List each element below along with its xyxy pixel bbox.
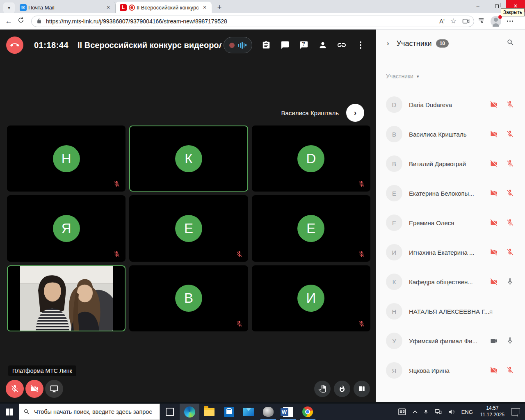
favorite-star-icon[interactable]: ☆ <box>450 17 457 25</box>
help-icon[interactable]: ? <box>299 40 309 50</box>
video-tile[interactable]: И <box>252 265 370 331</box>
lock-icon <box>37 18 42 24</box>
filter-label: Участники <box>386 73 413 80</box>
address-bar[interactable]: https://my.mts-link.ru/j/99386807/937900… <box>31 16 474 27</box>
participant-row[interactable]: Е Екатерина Белокопы... <box>376 178 525 208</box>
video-tile[interactable]: Е <box>129 195 248 261</box>
mic-off-icon[interactable] <box>506 189 514 197</box>
search-icon[interactable] <box>507 39 514 48</box>
video-tile[interactable]: Н <box>7 126 126 192</box>
camera-off-icon[interactable] <box>490 160 498 168</box>
microphone-tray-icon[interactable] <box>423 409 429 415</box>
task-view-button[interactable] <box>160 404 180 420</box>
recording-indicator[interactable] <box>224 37 252 53</box>
participants-icon[interactable] <box>318 40 328 50</box>
tab-search-chevron-icon[interactable]: ▾ <box>3 2 15 13</box>
camera-off-icon[interactable] <box>490 100 498 109</box>
participants-filter[interactable]: Участники ▾ <box>386 73 419 80</box>
participant-row[interactable]: Е Еремина Олеся <box>376 208 525 237</box>
taskbar-explorer[interactable] <box>199 404 219 420</box>
back-icon[interactable]: ← <box>2 17 15 25</box>
video-tile[interactable]: Е <box>252 195 370 261</box>
mail-favicon: ✉ <box>20 4 27 11</box>
volume-icon[interactable] <box>448 409 455 415</box>
agenda-notes-icon[interactable] <box>261 40 271 50</box>
taskbar-chrome[interactable] <box>298 404 317 420</box>
tab-mts-link[interactable]: L II Всероссийский конкурс в × <box>116 2 212 13</box>
hidden-icons-chevron[interactable] <box>413 410 418 413</box>
mic-off-icon[interactable] <box>506 130 514 138</box>
participant-row[interactable]: Я Яцкова Ирина <box>376 356 525 385</box>
minimize-button[interactable]: – <box>468 0 487 12</box>
camera-off-icon[interactable] <box>490 248 498 256</box>
camera-off-icon[interactable] <box>490 130 498 138</box>
taskbar-gimp[interactable] <box>258 404 278 420</box>
start-button[interactable] <box>0 404 19 420</box>
taskbar-store[interactable] <box>219 404 239 420</box>
camera-off-icon[interactable] <box>490 189 498 197</box>
video-tile[interactable]: Я <box>7 195 126 261</box>
tab-close-icon[interactable]: × <box>201 4 208 11</box>
video-tile[interactable]: В <box>129 265 248 331</box>
web-capture-icon[interactable] <box>462 18 470 24</box>
participant-row[interactable]: К Кафедра обществен... <box>376 267 525 297</box>
mic-off-icon[interactable] <box>506 248 514 256</box>
tab-close-icon[interactable]: × <box>105 4 112 11</box>
video-tile[interactable]: D <box>252 126 370 192</box>
time: 14:57 <box>486 405 498 411</box>
participant-row[interactable]: У Уфимский филиал Фи... <box>376 326 525 356</box>
action-center-icon[interactable] <box>511 408 520 415</box>
mic-on-icon[interactable] <box>506 278 514 286</box>
participant-row[interactable]: В Виталий Дармограй <box>376 149 525 178</box>
camera-on-icon[interactable] <box>490 337 498 345</box>
camera-off-icon[interactable] <box>490 278 498 286</box>
url-text[interactable]: https://my.mts-link.ru/j/99386807/937900… <box>46 18 434 25</box>
tab-mail[interactable]: ✉ Почта Mail × <box>16 2 116 13</box>
screen-share-button[interactable] <box>45 380 63 398</box>
news-widget-icon[interactable] <box>398 408 407 415</box>
refresh-icon[interactable] <box>15 17 27 25</box>
participant-row[interactable]: И Игнахина Екатерина ... <box>376 237 525 267</box>
next-arrow-button[interactable]: › <box>346 104 364 122</box>
participant-row[interactable]: D Daria Dudareva <box>376 90 525 119</box>
mic-off-icon[interactable] <box>506 219 514 227</box>
taskbar-edge[interactable] <box>180 404 199 420</box>
video-tile[interactable] <box>7 265 126 331</box>
camera-off-button[interactable] <box>25 380 43 398</box>
participant-row[interactable]: В Василиса Кришталь <box>376 119 525 149</box>
taskbar-mail[interactable] <box>239 404 258 420</box>
profile-avatar[interactable] <box>491 16 501 27</box>
windows-logo-icon <box>6 409 13 415</box>
panel-header: › Участники 10 <box>376 34 525 52</box>
avatar-head <box>494 18 498 22</box>
layout-view-button[interactable] <box>354 381 370 397</box>
network-icon[interactable] <box>434 409 442 415</box>
platform-label: Платформа МТС Линк <box>8 365 76 376</box>
mic-on-icon[interactable] <box>506 337 514 345</box>
collections-icon[interactable] <box>477 17 485 26</box>
new-tab-button[interactable]: + <box>214 2 225 13</box>
video-tile[interactable]: К <box>129 126 248 192</box>
raise-hand-button[interactable] <box>314 381 331 397</box>
collapse-panel-icon[interactable]: › <box>387 39 389 48</box>
invite-link-icon[interactable] <box>337 40 347 50</box>
mic-off-icon[interactable] <box>506 100 514 109</box>
clock[interactable]: 14:57 11.12.2025 <box>480 405 504 418</box>
taskbar-search[interactable]: Чтобы начать поиск, введите здесь запрос <box>19 404 160 420</box>
language-indicator[interactable]: ENG <box>461 409 473 415</box>
participant-row[interactable]: Н НАТАЛЬЯ АЛЕКСЕЕВНА Г...я <box>376 297 525 326</box>
microphone-muted-button[interactable] <box>6 380 24 398</box>
mic-off-icon[interactable] <box>506 366 514 374</box>
page-content: 01:18:44 II Всероссийский конкурс видеор… <box>0 30 525 403</box>
read-aloud-icon[interactable]: Aʹ <box>439 18 445 25</box>
meeting-toolbar: ? <box>261 40 365 50</box>
more-options-icon[interactable] <box>356 40 365 50</box>
taskbar-word[interactable] <box>278 404 298 420</box>
chat-icon[interactable] <box>280 40 290 50</box>
hangup-button[interactable] <box>6 37 23 54</box>
browser-menu-icon[interactable] <box>507 21 513 22</box>
camera-off-icon[interactable] <box>490 366 498 374</box>
camera-off-icon[interactable] <box>490 219 498 227</box>
reactions-fire-button[interactable] <box>334 381 350 397</box>
mic-off-icon[interactable] <box>506 160 514 168</box>
